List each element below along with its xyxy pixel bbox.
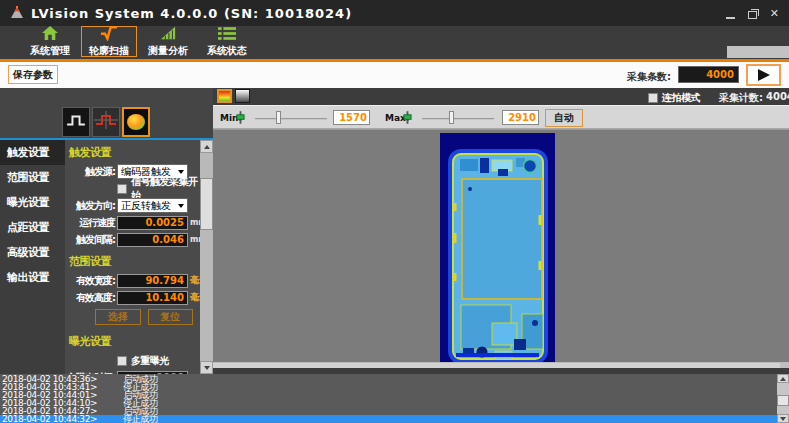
effective-height-label: 有效高度: <box>65 291 115 305</box>
arrow-up-icon <box>780 374 786 381</box>
capture-lines-label: 采集条数: <box>627 70 671 84</box>
scroll-down-button[interactable] <box>777 414 789 423</box>
effective-width-label: 有效宽度: <box>65 274 115 288</box>
tab-label: 测量分析 <box>148 44 188 58</box>
sidebar-item-point-pitch[interactable]: 点距设置 <box>0 215 65 240</box>
settings-sidebar: 触发设置 范围设置 曝光设置 点距设置 高级设置 输出设置 <box>0 140 65 374</box>
burst-mode-checkbox[interactable] <box>648 93 658 103</box>
burst-mode-item: 连拍模式 <box>648 91 700 105</box>
arrow-down-icon <box>780 417 786 423</box>
form-scrollbar[interactable] <box>200 140 213 374</box>
log-row-selected[interactable]: 2018-04-02 10:44:32> 停止成功 <box>0 415 789 423</box>
save-params-button[interactable]: 保存参数 <box>8 65 58 84</box>
log-row[interactable]: 2018-04-02 10:43:41> 停止成功 <box>0 383 789 391</box>
sidebar-item-advanced[interactable]: 高级设置 <box>0 240 65 265</box>
trigger-gap-unit: mm <box>190 235 200 244</box>
max-slider-icon <box>403 110 412 129</box>
chevron-down-icon <box>178 204 184 211</box>
log-row[interactable]: 2018-04-02 10:43:36> 启动成功 <box>0 375 789 383</box>
trigger-gap-input[interactable] <box>117 233 188 247</box>
trigger-direction-value: 正反转触发 <box>121 199 171 213</box>
run-speed-unit: mm/tick <box>190 218 200 227</box>
min-slider-thumb[interactable] <box>276 111 281 124</box>
form-row: 触发间隔: mm <box>65 232 200 247</box>
max-value-input[interactable] <box>502 110 539 125</box>
window-controls: ✕ <box>726 4 779 23</box>
settings-form: 触发设置 触发源: 编码器触发 信号触发采集开始 触发方向: <box>65 140 200 374</box>
run-speed-input[interactable] <box>117 216 188 230</box>
profile-scan-icon <box>99 25 119 43</box>
max-slider-track[interactable] <box>422 118 494 120</box>
main-toolbar: 系统管理 轮廓扫描 测量分析 系统状态 <box>0 26 789 59</box>
log-row[interactable]: 2018-04-02 10:44:27> 启动成功 <box>0 407 789 415</box>
form-row: 运行速度 mm/tick <box>65 215 200 230</box>
status-list-icon <box>218 26 236 43</box>
rainbow-palette-button[interactable] <box>217 89 232 103</box>
toolbar-corner-panel <box>727 46 789 58</box>
horizontal-scrollbar[interactable] <box>213 362 789 368</box>
settings-panel: 触发设置 范围设置 曝光设置 点距设置 高级设置 输出设置 触发设置 触发源: … <box>0 140 213 374</box>
scroll-up-button[interactable] <box>200 140 213 153</box>
command-bar: 保存参数 采集条数: <box>0 62 789 88</box>
minimize-button[interactable] <box>726 4 735 23</box>
trigger-source-label: 触发源: <box>65 165 115 179</box>
reset-region-button[interactable]: 复位 <box>148 309 194 325</box>
auto-range-button[interactable]: 自动 <box>545 109 583 127</box>
tab-profile-scan[interactable]: 轮廓扫描 <box>81 26 137 57</box>
capture-count-value: 4004 <box>766 91 789 102</box>
tab-label: 系统状态 <box>207 44 247 58</box>
window-title: LVision System 4.0.0.0 (SN: 10018024) <box>31 6 352 21</box>
title-bar: LVision System 4.0.0.0 (SN: 10018024) ✕ <box>0 0 789 26</box>
scrollbar-thumb[interactable] <box>777 395 789 406</box>
app-window: LVision System 4.0.0.0 (SN: 10018024) ✕ … <box>0 0 789 423</box>
sidebar-item-trigger[interactable]: 触发设置 <box>0 140 65 165</box>
capture-lines-input[interactable] <box>678 66 739 83</box>
close-button[interactable]: ✕ <box>770 8 779 19</box>
scroll-up-button[interactable] <box>777 374 789 383</box>
select-region-button[interactable]: 选择 <box>95 309 141 325</box>
form-row: 有效高度: 毫米 <box>65 290 200 305</box>
single-pulse-mode-button[interactable] <box>62 107 90 137</box>
log-scrollbar[interactable] <box>777 374 789 423</box>
effective-width-input[interactable] <box>117 274 188 288</box>
tab-system-status[interactable]: 系统状态 <box>199 26 255 57</box>
sidebar-item-output[interactable]: 输出设置 <box>0 265 65 290</box>
signal-start-checkbox[interactable] <box>117 184 127 194</box>
dual-pulse-mode-button[interactable] <box>92 107 120 137</box>
log-row[interactable]: 2018-04-02 10:44:10> 停止成功 <box>0 399 789 407</box>
log-timestamp: 2018-04-02 10:44:32> <box>2 415 97 423</box>
burst-mode-label: 连拍模式 <box>662 91 700 105</box>
viewer-top-strip: 连拍模式 采集计数: 4004 <box>213 88 789 105</box>
viewer-panel: 连拍模式 采集计数: 4004 Min: Max: <box>213 88 789 374</box>
form-row: 选择 复位 <box>95 309 200 324</box>
height-map-image <box>440 133 555 367</box>
tab-label: 轮廓扫描 <box>89 44 129 58</box>
home-icon <box>41 25 59 43</box>
grayscale-palette-button[interactable] <box>235 89 250 103</box>
effective-height-unit: 毫米 <box>190 291 200 304</box>
square-pulse-icon <box>65 112 87 132</box>
multi-exposure-checkbox[interactable] <box>117 356 127 366</box>
max-slider-thumb[interactable] <box>449 111 454 124</box>
colormap-mode-button[interactable] <box>122 107 150 137</box>
start-capture-button[interactable] <box>746 64 781 86</box>
form-row: 多重曝光 <box>117 353 200 368</box>
tab-system-admin[interactable]: 系统管理 <box>22 26 78 57</box>
resize-grip[interactable] <box>780 363 789 368</box>
form-row: 触发方向: 正反转触发 <box>65 198 200 213</box>
app-logo-icon <box>10 4 24 23</box>
color-sphere-icon <box>127 114 145 130</box>
image-canvas <box>213 129 789 368</box>
scrollbar-thumb[interactable] <box>200 178 213 230</box>
log-row[interactable]: 2018-04-02 10:44:01> 启动成功 <box>0 391 789 399</box>
restore-button[interactable] <box>748 4 757 23</box>
trigger-direction-select[interactable]: 正反转触发 <box>117 198 188 213</box>
scroll-down-button[interactable] <box>200 361 213 374</box>
tab-measure-analysis[interactable]: 测量分析 <box>140 26 196 57</box>
section-title-range: 范围设置 <box>69 254 200 269</box>
sidebar-item-range[interactable]: 范围设置 <box>0 165 65 190</box>
sidebar-item-exposure[interactable]: 曝光设置 <box>0 190 65 215</box>
min-value-input[interactable] <box>333 110 370 125</box>
min-slider-track[interactable] <box>255 118 327 120</box>
effective-height-input[interactable] <box>117 291 188 305</box>
